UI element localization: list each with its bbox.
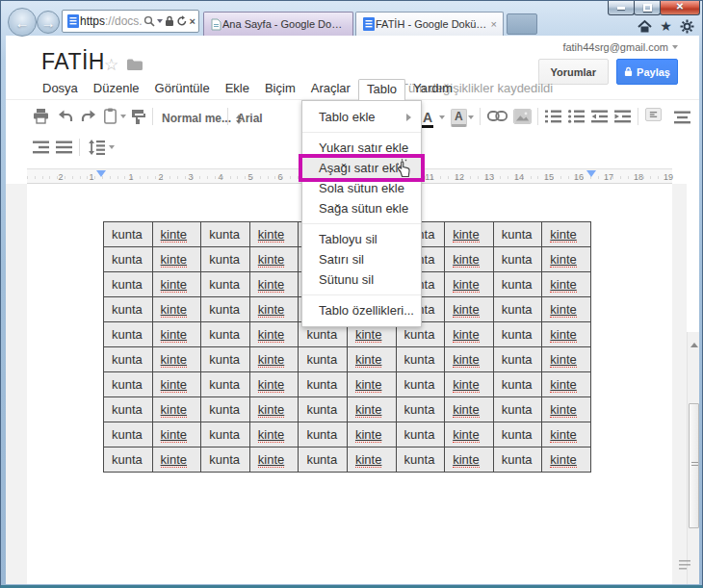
close-window-button[interactable]: ✕: [660, 1, 700, 15]
table-cell[interactable]: kunta: [493, 247, 542, 272]
table-cell[interactable]: kunta: [201, 322, 250, 347]
paint-format-icon[interactable]: [131, 109, 146, 124]
right-indent-marker[interactable]: [586, 170, 596, 177]
table-cell[interactable]: kinte: [542, 222, 591, 247]
table-cell[interactable]: kinte: [152, 447, 201, 473]
table-cell[interactable]: kinte: [445, 447, 494, 473]
table-cell[interactable]: kinte: [249, 447, 299, 473]
table-cell[interactable]: kinte: [152, 372, 201, 397]
table-cell[interactable]: kunta: [396, 397, 445, 422]
table-cell[interactable]: kinte: [249, 272, 299, 297]
menu-item-tablo-özellikleri-[interactable]: Tablo özellikleri...: [302, 300, 421, 320]
undo-icon[interactable]: [58, 110, 73, 122]
tab-fatih[interactable]: FATİH - Google Dokümanlar ×: [355, 12, 504, 36]
table-cell[interactable]: kunta: [299, 447, 348, 473]
table-cell[interactable]: kunta: [396, 347, 445, 372]
table-cell[interactable]: kinte: [542, 422, 591, 447]
table-cell[interactable]: kinte: [249, 322, 299, 347]
table-cell[interactable]: kinte: [445, 422, 494, 447]
table-cell[interactable]: kunta: [201, 422, 250, 447]
table-cell[interactable]: kunta: [104, 272, 153, 297]
table-cell[interactable]: kinte: [152, 297, 201, 322]
table-cell[interactable]: kinte: [445, 397, 494, 422]
menu-item-aşağı-satır-ekle[interactable]: Aşağı satır ekle: [302, 158, 421, 178]
table-cell[interactable]: kunta: [493, 222, 542, 247]
table-cell[interactable]: kunta: [493, 272, 542, 297]
line-spacing-dropdown-icon[interactable]: [109, 145, 115, 149]
increase-indent-icon[interactable]: [614, 110, 631, 123]
table-cell[interactable]: kinte: [542, 447, 591, 473]
menubar-item-düzenle[interactable]: Düzenle: [86, 79, 147, 100]
address-bar[interactable]: https://docs.goo... ×: [62, 10, 199, 33]
menubar-item-yardım[interactable]: Yardım: [405, 79, 460, 100]
menu-item-yukarı-satır-ekle[interactable]: Yukarı satır ekle: [302, 138, 421, 158]
table-cell[interactable]: kinte: [445, 322, 494, 347]
tab-close-icon[interactable]: ×: [491, 18, 497, 30]
table-cell[interactable]: kunta: [201, 372, 250, 397]
highlight-color-button[interactable]: A: [451, 109, 467, 127]
table-cell[interactable]: kunta: [104, 422, 153, 447]
table-cell[interactable]: kunta: [201, 397, 250, 422]
styles-dropdown[interactable]: Normal me...: [162, 112, 242, 125]
share-button[interactable]: Paylaş: [616, 59, 678, 85]
text-color-button[interactable]: A: [422, 110, 433, 128]
table-cell[interactable]: kinte: [152, 422, 201, 447]
document-title[interactable]: FATİH: [41, 49, 105, 75]
back-button[interactable]: ←: [8, 8, 37, 37]
table-cell[interactable]: kunta: [201, 297, 250, 322]
paste-format-dropdown-icon[interactable]: [120, 115, 126, 118]
table-cell[interactable]: kunta: [493, 447, 542, 473]
table-cell[interactable]: kinte: [445, 372, 494, 397]
table-cell[interactable]: kinte: [445, 222, 494, 247]
table-cell[interactable]: kinte: [249, 422, 299, 447]
table-cell[interactable]: kinte: [542, 397, 591, 422]
menubar-item-görüntüle[interactable]: Görüntüle: [147, 79, 218, 100]
table-cell[interactable]: kunta: [299, 372, 348, 397]
account-menu[interactable]: fatih44srg@gmail.com: [562, 41, 678, 53]
print-icon[interactable]: [33, 109, 49, 124]
paste-format-icon[interactable]: [104, 108, 117, 124]
left-indent-marker[interactable]: [96, 170, 106, 177]
decrease-indent-icon[interactable]: [591, 110, 608, 123]
menu-item-sola-sütun-ekle[interactable]: Sola sütun ekle: [302, 178, 421, 198]
insert-image-icon[interactable]: [513, 109, 532, 124]
table-cell[interactable]: kinte: [542, 247, 591, 272]
table-cell[interactable]: kunta: [493, 397, 542, 422]
table-cell[interactable]: kunta: [201, 447, 250, 473]
new-tab-button[interactable]: [507, 13, 537, 35]
minimize-button[interactable]: [608, 1, 635, 15]
table-cell[interactable]: kunta: [299, 422, 348, 447]
table-cell[interactable]: kinte: [152, 272, 201, 297]
table-cell[interactable]: kinte: [347, 447, 396, 473]
table-cell[interactable]: kinte: [347, 397, 396, 422]
table-cell[interactable]: kunta: [201, 272, 250, 297]
table-cell[interactable]: kunta: [104, 247, 153, 272]
menu-item-sağa-sütun-ekle[interactable]: Sağa sütun ekle: [302, 198, 421, 218]
star-document-icon[interactable]: ☆: [104, 55, 118, 75]
table-cell[interactable]: kunta: [299, 347, 348, 372]
table-cell[interactable]: kunta: [201, 247, 250, 272]
table-cell[interactable]: kinte: [249, 222, 299, 247]
redo-icon[interactable]: [81, 110, 96, 122]
table-cell[interactable]: kunta: [104, 222, 153, 247]
insert-link-icon[interactable]: [487, 111, 508, 121]
table-cell[interactable]: kinte: [542, 322, 591, 347]
menu-item-tabloyu-sil[interactable]: Tabloyu sil: [302, 229, 421, 249]
align-center-icon[interactable]: [674, 111, 690, 124]
table-cell[interactable]: kinte: [249, 372, 299, 397]
align-right-icon[interactable]: [33, 141, 49, 154]
table-cell[interactable]: kunta: [396, 422, 445, 447]
scrollbar-thumb[interactable]: [689, 403, 699, 528]
table-cell[interactable]: kinte: [152, 347, 201, 372]
menubar-item-araçlar[interactable]: Araçlar: [303, 79, 358, 100]
table-cell[interactable]: kunta: [396, 447, 445, 473]
table-cell[interactable]: kinte: [152, 322, 201, 347]
table-cell[interactable]: kinte: [249, 297, 299, 322]
stop-icon[interactable]: ×: [190, 15, 195, 27]
menubar-item-biçim[interactable]: Biçim: [257, 79, 303, 100]
table-cell[interactable]: kinte: [347, 422, 396, 447]
menu-item-sütunu-sil[interactable]: Sütunu sil: [302, 269, 421, 290]
vertical-scrollbar[interactable]: [687, 332, 699, 584]
search-icon[interactable]: [143, 15, 155, 27]
table-cell[interactable]: kinte: [249, 247, 299, 272]
